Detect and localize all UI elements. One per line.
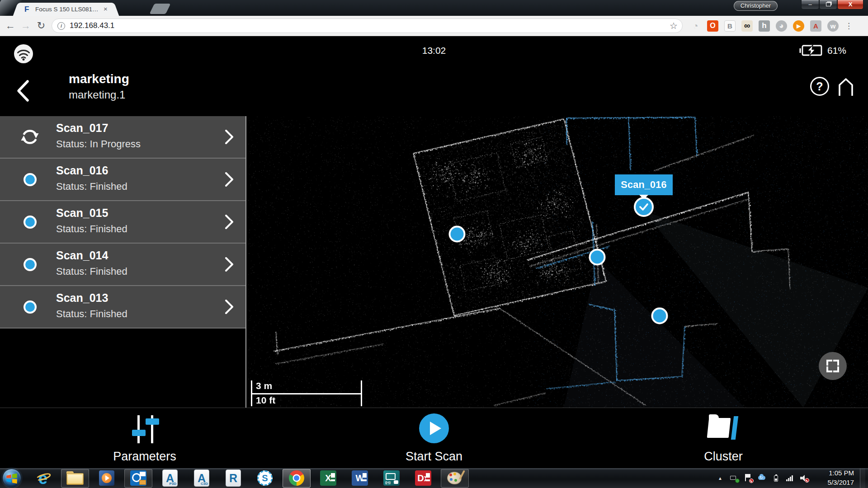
extensions-row: ◔OB∞h◕▸Aw [690,20,839,32]
volume-muted-icon[interactable] [800,474,808,482]
taskbar-excel-icon[interactable]: X [314,469,342,488]
b-extension-icon[interactable]: B [724,20,736,32]
taskbar-screenshare-icon[interactable]: ((•)) [377,469,406,488]
action-center-flag-icon[interactable] [744,474,752,482]
help-icon[interactable]: ? [810,77,829,96]
status-time: 13:02 [0,45,868,56]
chevron-right-icon[interactable] [225,299,234,314]
taskbar-chrome-icon[interactable] [283,469,311,488]
taskbar-clock[interactable]: 1:05 PM 5/3/2017 [816,469,854,487]
scan-list-item-scan_015[interactable]: Scan_015 Status: Finished [0,201,245,244]
pointcloud-map[interactable] [247,116,868,408]
scan-position-marker[interactable] [651,308,668,324]
bookmark-star-icon[interactable]: ☆ [670,20,678,31]
taskbar-explorer-icon[interactable] [61,469,89,488]
scan-status: Status: In Progress [56,138,141,150]
close-button[interactable]: X [837,0,863,9]
scan-status: Status: Finished [56,266,127,277]
windows-flag-icon [3,469,21,488]
taskbar-outlook-icon[interactable] [124,469,152,488]
scan-position-marker[interactable] [449,226,466,243]
office-extension-icon[interactable]: O [707,20,718,32]
faro-favicon-icon: F [24,6,32,13]
parameters-button[interactable]: Parameters [77,408,212,468]
back-icon[interactable]: ← [3,20,18,32]
scan-status: Status: Finished [56,181,127,192]
chevron-right-icon[interactable] [225,172,234,187]
app-statusbar: 13:02 61% [0,36,868,66]
sync-cloud-icon[interactable]: ↻ [758,474,766,482]
taskbar-ie-icon[interactable]: e [29,469,57,488]
hidden-icons-arrow-icon[interactable]: ▲ [716,474,724,482]
cluster-button[interactable]: Cluster [656,408,791,468]
scan-name: Scan_015 [56,206,127,220]
fullscreen-button[interactable] [819,352,847,380]
tray-battery-icon[interactable] [772,474,780,482]
incognito-mask-extension-icon[interactable]: ∞ [741,20,753,32]
selected-scan-marker[interactable] [634,197,654,217]
taskbar-autocad-p3d-icon[interactable]: AP3D [156,469,184,488]
window-controls: – X [801,0,863,9]
h-extension-icon[interactable]: h [759,20,770,32]
finished-dot-icon [24,173,37,186]
timer-extension-icon[interactable]: ◔ [690,20,701,32]
scan-list-item-scan_017[interactable]: Scan_017 Status: In Progress [0,116,245,159]
play-icon [419,413,449,443]
show-desktop-button[interactable] [860,468,865,488]
network-status-icon[interactable] [730,474,738,482]
start-scan-button[interactable]: Start Scan [366,408,502,468]
scan-list-item-scan_013[interactable]: Scan_013 Status: Finished [0,286,245,328]
chrome-user-button[interactable]: Christopher [734,1,778,11]
tab-close-icon[interactable]: × [102,5,109,13]
taskbar-designreview-icon[interactable]: Dx [409,469,437,488]
page-info-icon[interactable]: i [57,22,65,30]
forward-icon[interactable]: → [18,20,33,32]
acrobat-extension-icon[interactable]: A [810,20,821,32]
home-icon[interactable] [835,76,856,97]
signal-bars-icon[interactable] [786,474,794,482]
reload-icon[interactable]: ↻ [33,20,49,32]
cluster-subtitle: marketing.1 [69,89,129,101]
tab-title: Focus S 150 LLS0817097 [35,6,99,13]
taskbar-word-icon[interactable]: W [346,469,374,488]
chevron-right-icon[interactable] [225,257,234,272]
screen: F Focus S 150 LLS0817097 × Christopher –… [0,0,868,488]
scan-list-item-scan_016[interactable]: Scan_016 Status: Finished [0,159,245,201]
windows-taskbar: eAP3DAC3DRSXW((•))Dx ▲ ↻ [0,468,868,488]
chevron-right-icon[interactable] [225,214,234,230]
taskbar-revit-icon[interactable]: R [219,469,247,488]
start-button[interactable] [2,469,21,488]
clock-date: 5/3/2017 [816,478,854,488]
taskbar-mediaplayer-icon[interactable] [93,469,121,488]
scan-name: Scan_016 [56,164,127,177]
taskbar-autocad-c3d-icon[interactable]: AC3D [188,469,216,488]
taskbar-scene-icon[interactable]: S [251,469,279,488]
taskbar-paint-icon[interactable] [441,469,469,488]
walkme-extension-icon[interactable]: w [827,20,839,32]
battery-percent: 61% [827,45,846,56]
finished-dot-icon [24,258,37,271]
scan-label-callout[interactable]: Scan_016 [615,174,673,195]
scalebar-imperial-label: 10 ft [256,395,275,406]
restore-button[interactable] [819,0,837,9]
map-viewport[interactable]: Scan_016 3 m 10 ft [247,116,868,408]
header-titles: marketing marketing.1 [69,72,129,101]
project-title: marketing [69,72,129,86]
chrome-menu-icon[interactable]: ⋮ [845,24,852,28]
browser-tab[interactable]: F Focus S 150 LLS0817097 × [19,3,113,16]
new-tab-button[interactable] [149,4,170,14]
restore-icon [826,2,831,6]
chevron-right-icon[interactable] [225,129,234,145]
minimize-button[interactable]: – [801,0,819,9]
address-bar[interactable]: i 192.168.43.1 ☆ [52,19,683,33]
scan-position-marker[interactable] [589,249,606,266]
play-extension-icon[interactable]: ▸ [793,20,804,32]
battery-indicator: 61% [799,44,846,56]
parameters-label: Parameters [77,450,212,464]
url-text[interactable]: 192.168.43.1 [70,21,670,30]
map-scalebar: 3 m 10 ft [251,380,362,406]
sphere-extension-icon[interactable]: ◕ [776,20,787,32]
back-chevron-icon[interactable] [15,79,31,103]
app-bottom-bar: Parameters Start Scan Cluster [0,408,868,468]
scan-list-item-scan_014[interactable]: Scan_014 Status: Finished [0,244,245,286]
